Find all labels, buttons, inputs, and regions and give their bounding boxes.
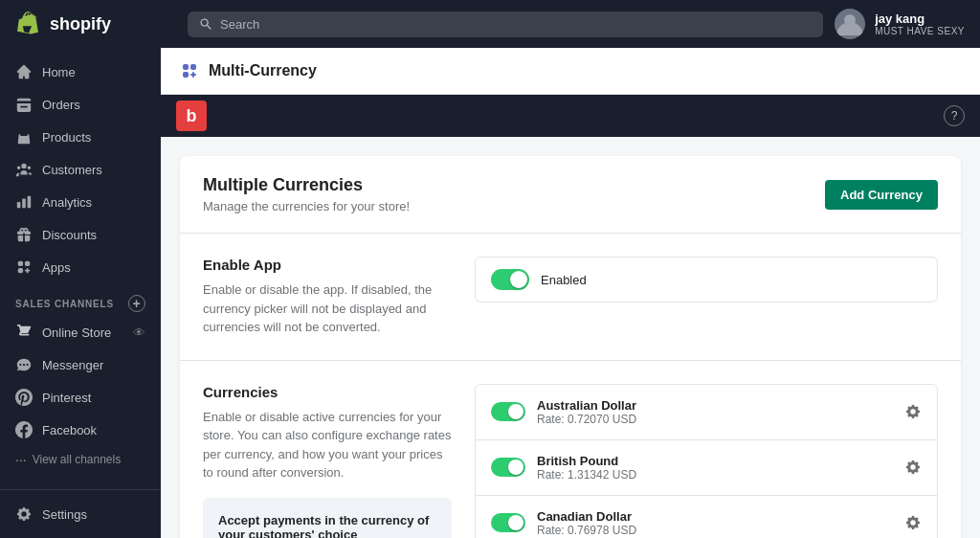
view-all-channels[interactable]: ··· View all channels (0, 446, 161, 473)
sidebar-item-discounts[interactable]: Discounts (0, 218, 161, 251)
home-icon (15, 63, 33, 80)
sidebar-item-settings[interactable]: Settings (0, 498, 161, 530)
sidebar-item-online-store[interactable]: Online Store 👁 (0, 316, 161, 348)
page-header: Multi-Currency (161, 48, 980, 95)
gbp-rate: Rate: 1.31342 USD (537, 468, 893, 482)
main-content: Multi-Currency b ? Multiple Currencies M… (161, 48, 980, 538)
gbp-info: British Pound Rate: 1.31342 USD (537, 454, 893, 482)
orders-icon (15, 96, 33, 113)
sidebar-label-products: Products (42, 130, 91, 145)
sidebar-item-apps[interactable]: Apps (0, 251, 161, 283)
cad-name: Canadian Dollar (537, 509, 893, 524)
enable-app-description: Enable or disable the app. If disabled, … (203, 280, 452, 337)
sidebar-label-online-store: Online Store (42, 325, 133, 340)
enable-app-section: Enable App Enable or disable the app. If… (180, 234, 961, 361)
cad-info: Canadian Dollar Rate: 0.76978 USD (537, 509, 893, 537)
sales-channels-label: SALES CHANNELS (15, 299, 114, 309)
help-button[interactable]: ? (944, 105, 965, 126)
customers-icon (15, 161, 33, 178)
sidebar-label-discounts: Discounts (42, 228, 97, 242)
cad-toggle[interactable] (491, 513, 525, 532)
sidebar-label-facebook: Facebook (42, 423, 97, 437)
apps-icon (15, 258, 33, 276)
currencies-section-title: Currencies (203, 384, 452, 400)
currency-item-cad: Canadian Dollar Rate: 0.76978 USD (476, 496, 937, 539)
aud-name: Australian Dollar (537, 398, 893, 413)
aud-settings-icon[interactable] (904, 403, 922, 420)
sales-channels-header: SALES CHANNELS + (0, 283, 161, 316)
currencies-card-header: Multiple Currencies Manage the currencie… (180, 156, 961, 234)
analytics-icon (15, 193, 33, 211)
currency-list: Australian Dollar Rate: 0.72070 USD (475, 384, 938, 539)
sidebar-item-orders[interactable]: Orders (0, 88, 161, 121)
multicurrency-icon (180, 61, 199, 80)
sidebar-item-customers[interactable]: Customers (0, 153, 161, 186)
search-bar[interactable] (188, 11, 823, 37)
multiple-currencies-card: Multiple Currencies Manage the currencie… (180, 156, 961, 538)
messenger-icon (15, 356, 33, 373)
currencies-list-section: Currencies Enable or disable active curr… (180, 361, 961, 539)
shopify-logo: shopify (15, 11, 176, 37)
sidebar-item-home[interactable]: Home (0, 56, 161, 88)
enable-app-toggle[interactable] (491, 269, 529, 290)
enable-app-toggle-row: Enabled (475, 257, 938, 303)
cad-settings-icon[interactable] (904, 514, 922, 531)
sidebar-label-pinterest: Pinterest (42, 391, 91, 405)
info-box: Accept payments in the currency of your … (203, 498, 452, 539)
cad-rate: Rate: 0.76978 USD (537, 524, 893, 537)
logo-text: shopify (50, 14, 111, 34)
search-icon (199, 17, 212, 31)
content-area: Multiple Currencies Manage the currencie… (161, 137, 980, 538)
gbp-settings-icon[interactable] (904, 459, 922, 476)
app-logo: b (176, 101, 207, 131)
sidebar-label-settings: Settings (42, 507, 87, 522)
app-body: Home Orders Products Customers Analytics (0, 48, 980, 538)
sidebar-item-facebook[interactable]: Facebook (0, 414, 161, 446)
currencies-title: Multiple Currencies (203, 175, 410, 195)
user-name: jay kang (875, 11, 965, 26)
currencies-section-description: Enable or disable active currencies for … (203, 408, 452, 482)
sidebar-item-messenger[interactable]: Messenger (0, 348, 161, 381)
info-box-title: Accept payments in the currency of your … (218, 513, 436, 539)
online-store-icon (15, 324, 33, 341)
top-nav: shopify jay kang MUST HAVE SEXY (0, 0, 980, 48)
sidebar-label-analytics: Analytics (42, 195, 92, 210)
products-icon (15, 128, 33, 146)
sidebar-label-orders: Orders (42, 98, 80, 112)
avatar (835, 9, 865, 39)
enable-app-title: Enable App (203, 257, 452, 273)
gbp-toggle[interactable] (491, 458, 525, 477)
currency-item-aud: Australian Dollar Rate: 0.72070 USD (476, 385, 937, 440)
sidebar-item-pinterest[interactable]: Pinterest (0, 381, 161, 414)
aud-toggle[interactable] (491, 402, 525, 421)
user-info: jay kang MUST HAVE SEXY (835, 9, 965, 39)
discounts-icon (15, 226, 33, 243)
add-channel-button[interactable]: + (128, 295, 145, 312)
sidebar-item-analytics[interactable]: Analytics (0, 186, 161, 218)
sidebar-item-products[interactable]: Products (0, 121, 161, 153)
aud-info: Australian Dollar Rate: 0.72070 USD (537, 398, 893, 426)
gbp-name: British Pound (537, 454, 893, 468)
sidebar-label-messenger: Messenger (42, 358, 103, 372)
add-currency-button[interactable]: Add Currency (825, 180, 938, 210)
facebook-icon (15, 421, 33, 438)
settings-icon (15, 505, 33, 523)
app-banner: b ? (161, 95, 980, 137)
sidebar-label-apps: Apps (42, 260, 71, 275)
currency-item-gbp: British Pound Rate: 1.31342 USD (476, 440, 937, 496)
pinterest-icon (15, 389, 33, 406)
page-title: Multi-Currency (209, 62, 317, 79)
user-subtitle: MUST HAVE SEXY (875, 26, 965, 36)
sidebar-label-home: Home (42, 65, 76, 79)
search-input[interactable] (220, 17, 812, 32)
currencies-description: Manage the currencies for your store! (203, 199, 410, 213)
toggle-label: Enabled (541, 273, 587, 287)
sidebar: Home Orders Products Customers Analytics (0, 48, 161, 538)
sidebar-bottom: Settings (0, 489, 161, 530)
view-all-label: View all channels (33, 453, 122, 466)
eye-icon[interactable]: 👁 (133, 325, 145, 340)
aud-rate: Rate: 0.72070 USD (537, 413, 893, 426)
sidebar-label-customers: Customers (42, 163, 102, 177)
